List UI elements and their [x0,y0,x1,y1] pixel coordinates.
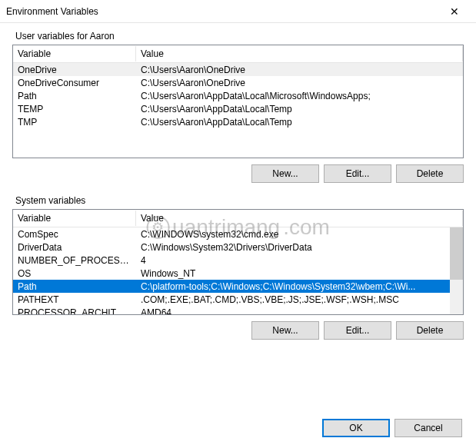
cell-variable: OneDriveConsumer [13,77,136,89]
cell-value: C:\Users\Aaron\AppData\Local\Microsoft\W… [136,90,463,102]
cell-value: C:\Users\Aaron\OneDrive [136,77,463,89]
system-edit-button[interactable]: Edit... [324,321,391,340]
system-group-label: System variables [12,195,464,206]
cell-variable: PROCESSOR_ARCHITECTURE [13,307,136,316]
cell-value: C:\Users\Aaron\OneDrive [136,64,463,76]
user-delete-button[interactable]: Delete [396,164,464,183]
user-variables-list[interactable]: Variable Value OneDriveC:\Users\Aaron\On… [12,45,464,158]
cell-value: C:\platform-tools;C:\Windows;C:\Windows\… [136,280,463,293]
cell-variable: OS [13,267,136,280]
cell-value: AMD64 [136,307,463,316]
cell-value: .COM;.EXE;.BAT;.CMD;.VBS;.VBE;.JS;.JSE;.… [136,294,463,306]
cell-variable: DriverData [13,241,136,254]
user-variables-group: User variables for Aaron Variable Value … [12,31,464,192]
system-delete-button[interactable]: Delete [396,321,464,340]
table-row[interactable]: PROCESSOR_ARCHITECTUREAMD64 [13,306,463,315]
cell-variable: NUMBER_OF_PROCESSORS [13,254,136,267]
cell-variable: PATHEXT [13,294,136,306]
user-col-value[interactable]: Value [136,46,463,61]
table-row[interactable]: PathC:\platform-tools;C:\Windows;C:\Wind… [13,280,463,293]
dialog-content: User variables for Aaron Variable Value … [0,23,476,349]
cell-value: 4 [136,254,463,267]
cell-variable: OneDrive [13,64,136,76]
close-icon[interactable]: ✕ [439,0,470,23]
user-list-body: OneDriveC:\Users\Aaron\OneDriveOneDriveC… [13,63,463,128]
dialog-button-row: OK Cancel [322,419,462,437]
cell-variable: ComSpec [13,228,136,241]
cell-variable: Path [13,280,136,293]
table-row[interactable]: TMPC:\Users\Aaron\AppData\Local\Temp [13,115,463,128]
table-row[interactable]: OneDriveConsumerC:\Users\Aaron\OneDrive [13,76,463,89]
table-row[interactable]: NUMBER_OF_PROCESSORS4 [13,254,463,267]
table-row[interactable]: DriverDataC:\Windows\System32\Drivers\Dr… [13,241,463,254]
system-new-button[interactable]: New... [251,321,319,340]
user-group-label: User variables for Aaron [12,31,464,41]
system-scroll-thumb[interactable] [450,227,463,280]
user-edit-button[interactable]: Edit... [324,164,391,183]
user-list-header: Variable Value [13,45,463,63]
table-row[interactable]: OneDriveC:\Users\Aaron\OneDrive [13,63,463,76]
table-row[interactable]: PathC:\Users\Aaron\AppData\Local\Microso… [13,89,463,102]
system-list-body: ComSpecC:\WINDOWS\system32\cmd.exeDriver… [13,227,463,315]
user-button-row: New... Edit... Delete [12,158,464,192]
user-new-button[interactable]: New... [251,164,319,183]
ok-button[interactable]: OK [322,419,390,437]
user-col-variable[interactable]: Variable [13,46,136,61]
cell-value: C:\Windows\System32\Drivers\DriverData [136,241,463,254]
table-row[interactable]: OSWindows_NT [13,267,463,280]
cell-value: C:\WINDOWS\system32\cmd.exe [136,228,463,241]
system-list-header: Variable Value [13,210,463,227]
system-col-value[interactable]: Value [136,211,463,226]
table-row[interactable]: TEMPC:\Users\Aaron\AppData\Local\Temp [13,102,463,115]
system-variables-group: System variables Variable Value ComSpecC… [12,195,464,349]
cell-value: Windows_NT [136,267,463,280]
cell-value: C:\Users\Aaron\AppData\Local\Temp [136,103,463,115]
cell-value: C:\Users\Aaron\AppData\Local\Temp [136,116,463,128]
cell-variable: Path [13,90,136,102]
system-button-row: New... Edit... Delete [12,315,464,349]
window-title: Environment Variables [6,6,439,17]
cell-variable: TMP [13,116,136,128]
titlebar: Environment Variables ✕ [0,0,476,23]
table-row[interactable]: ComSpecC:\WINDOWS\system32\cmd.exe [13,227,463,241]
table-row[interactable]: PATHEXT.COM;.EXE;.BAT;.CMD;.VBS;.VBE;.JS… [13,293,463,306]
system-col-variable[interactable]: Variable [13,211,136,226]
system-variables-list[interactable]: Variable Value ComSpecC:\WINDOWS\system3… [12,209,464,315]
cell-variable: TEMP [13,103,136,115]
system-scrollbar[interactable] [450,227,463,314]
cancel-button[interactable]: Cancel [394,419,462,437]
